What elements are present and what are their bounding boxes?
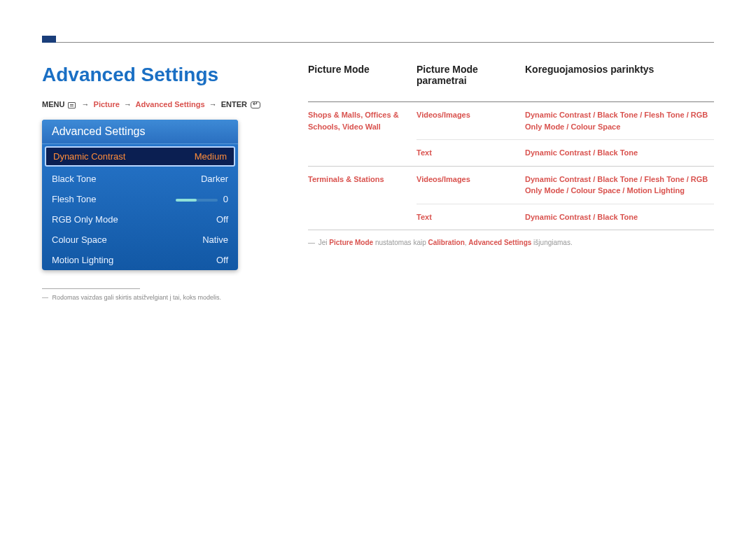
top-rule (42, 42, 714, 43)
table-header-mode: Picture Mode (308, 64, 416, 86)
slider-track[interactable] (176, 199, 218, 202)
cell-param: Text (416, 147, 525, 159)
table-header-opts: Koreguojamosios parinktys (525, 64, 714, 86)
osd-value-wrap: Native (202, 234, 228, 245)
osd-value-wrap: Off (216, 255, 228, 265)
osd-value: Off (216, 255, 228, 265)
osd-value: Darker (201, 174, 228, 184)
subrow: TextDynamic Contrast / Black Tone (416, 140, 714, 166)
osd-value: Native (202, 234, 228, 245)
osd-value: Medium (195, 151, 227, 162)
settings-table: Picture Mode Picture Mode parametrai Kor… (308, 64, 714, 230)
osd-value-wrap: Off (216, 214, 228, 225)
cell-opts: Dynamic Contrast / Black Tone (525, 211, 714, 223)
cell-param: Videos/Images (416, 174, 525, 197)
arrow-icon: → (124, 100, 132, 108)
osd-value: Off (216, 214, 228, 225)
osd-row[interactable]: RGB Only ModeOff (42, 209, 238, 230)
osd-row[interactable]: Colour SpaceNative (42, 230, 238, 250)
cell-opts: Dynamic Contrast / Black Tone / Flesh To… (525, 174, 714, 197)
breadcrumb: MENU → Picture → Advanced Settings → ENT… (42, 100, 280, 108)
osd-value: 0 (223, 194, 228, 204)
table-header-param: Picture Mode parametrai (416, 64, 525, 86)
footnote-text: Rodomas vaizdas gali skirtis atsižvelgia… (52, 294, 222, 301)
note-dash: ― (308, 237, 316, 248)
page-title: Advanced Settings (42, 64, 280, 86)
osd-label: Motion Lighting (52, 255, 113, 265)
osd-value-wrap: Darker (201, 174, 228, 184)
menu-icon (68, 102, 76, 108)
cell-mode: Shops & Malls, Offices & Schools, Video … (308, 102, 416, 166)
subrow: Videos/ImagesDynamic Contrast / Black To… (416, 167, 714, 204)
breadcrumb-enter: ENTER (221, 100, 247, 108)
osd-label: Black Tone (52, 174, 96, 184)
osd-label: Dynamic Contrast (53, 151, 125, 162)
osd-row[interactable]: Dynamic ContrastMedium (45, 146, 235, 167)
cell-subrows: Videos/ImagesDynamic Contrast / Black To… (416, 167, 714, 230)
table-row: Shops & Malls, Offices & Schools, Video … (308, 102, 714, 167)
table-note: ― Jei Picture Mode nustatomas kaip Calib… (308, 230, 714, 255)
table-header-row: Picture Mode Picture Mode parametrai Kor… (308, 64, 714, 102)
footnote: ― Rodomas vaizdas gali skirtis atsižvelg… (42, 293, 280, 302)
cell-mode: Terminals & Stations (308, 167, 416, 230)
cell-param: Text (416, 211, 525, 223)
subrow: TextDynamic Contrast / Black Tone (416, 204, 714, 230)
note-t1: Jei (318, 239, 330, 246)
cell-opts: Dynamic Contrast / Black Tone / Flesh To… (525, 109, 714, 132)
cell-subrows: Videos/ImagesDynamic Contrast / Black To… (416, 102, 714, 166)
breadcrumb-menu: MENU (42, 100, 64, 108)
note-t2: nustatomas kaip (373, 239, 428, 246)
osd-row[interactable]: Flesh Tone0 (42, 189, 238, 209)
enter-icon (251, 101, 260, 108)
cell-opts: Dynamic Contrast / Black Tone (525, 147, 714, 159)
osd-panel: Advanced Settings Dynamic ContrastMedium… (42, 120, 238, 270)
footnote-rule (42, 288, 140, 289)
table-row: Terminals & StationsVideos/ImagesDynamic… (308, 167, 714, 231)
osd-value-wrap: 0 (176, 194, 228, 204)
arrow-icon: → (82, 100, 90, 108)
cell-param: Videos/Images (416, 109, 525, 132)
note-b3: Advanced Settings (468, 239, 531, 246)
note-t4: išjungiamas. (531, 239, 572, 246)
footnote-dash: ― (42, 294, 48, 301)
subrow: Videos/ImagesDynamic Contrast / Black To… (416, 102, 714, 140)
osd-row[interactable]: Black ToneDarker (42, 169, 238, 189)
arrow-icon: → (209, 100, 217, 108)
osd-header: Advanced Settings (42, 120, 238, 144)
note-b2: Calibration (428, 239, 465, 246)
osd-row[interactable]: Motion LightingOff (42, 250, 238, 270)
osd-label: Flesh Tone (52, 194, 96, 204)
breadcrumb-advanced: Advanced Settings (136, 100, 205, 108)
osd-label: Colour Space (52, 234, 107, 245)
osd-value-wrap: Medium (195, 151, 227, 162)
note-b1: Picture Mode (329, 239, 373, 246)
osd-label: RGB Only Mode (52, 214, 118, 225)
breadcrumb-picture: Picture (94, 100, 120, 108)
